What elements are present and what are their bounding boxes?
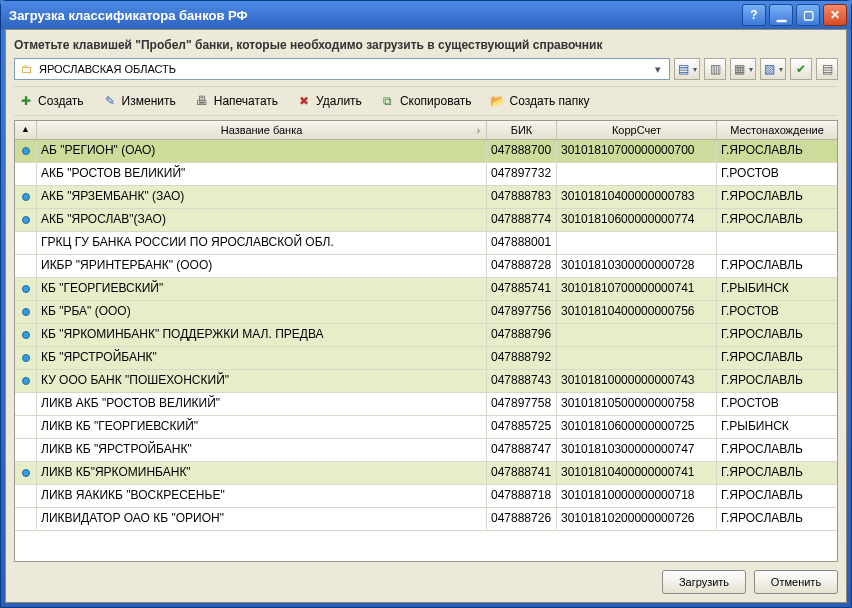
cell-loc: Г.ЯРОСЛАВЛЬ <box>717 255 837 277</box>
maximize-button[interactable]: ▢ <box>796 4 820 26</box>
cell-korr: 30101810200000000726 <box>557 508 717 530</box>
row-marker <box>15 485 37 507</box>
load-button[interactable]: Загрузить <box>662 570 746 594</box>
add-icon: ✚ <box>18 93 34 109</box>
help-button[interactable]: ? <box>742 4 766 26</box>
cell-name: ЛИКВИДАТОР ОАО КБ "ОРИОН" <box>37 508 487 530</box>
cell-name: ЛИКВ КБ "ГЕОРГИЕВСКИЙ" <box>37 416 487 438</box>
cell-bik: 047888741 <box>487 462 557 484</box>
create-button[interactable]: ✚Создать <box>14 91 88 111</box>
minimize-button[interactable]: ▁ <box>769 4 793 26</box>
row-marker <box>15 347 37 369</box>
cell-loc: Г.РОСТОВ <box>717 393 837 415</box>
table-row[interactable]: АКБ "РОСТОВ ВЕЛИКИЙ"047897732Г.РОСТОВ <box>15 163 837 186</box>
table-row[interactable]: ГРКЦ ГУ БАНКА РОССИИ ПО ЯРОСЛАВСКОЙ ОБЛ.… <box>15 232 837 255</box>
cell-loc: Г.ЯРОСЛАВЛЬ <box>717 485 837 507</box>
icon-button-2[interactable]: ▥ <box>704 58 726 80</box>
chevron-right-icon: › <box>477 125 480 136</box>
cell-korr <box>557 163 717 185</box>
column-name[interactable]: Название банка› <box>37 121 487 139</box>
cell-loc: Г.ЯРОСЛАВЛЬ <box>717 439 837 461</box>
table-row[interactable]: КУ ООО БАНК "ПОШЕХОНСКИЙ"047888743301018… <box>15 370 837 393</box>
table-row[interactable]: АКБ "ЯРОСЛАВ"(ЗАО)0478887743010181060000… <box>15 209 837 232</box>
table-row[interactable]: ЛИКВ КБ"ЯРКОМИНБАНК"04788874130101810400… <box>15 462 837 485</box>
instruction-text: Отметьте клавишей "Пробел" банки, которы… <box>14 38 838 52</box>
table-row[interactable]: ЛИКВ КБ "ЯРСТРОЙБАНК"0478887473010181030… <box>15 439 837 462</box>
cell-korr: 30101810000000000743 <box>557 370 717 392</box>
cell-bik: 047888747 <box>487 439 557 461</box>
cell-name: КБ "РБА" (ООО) <box>37 301 487 323</box>
table-row[interactable]: ИКБР "ЯРИНТЕРБАНК" (ООО)0478887283010181… <box>15 255 837 278</box>
cell-bik: 047888001 <box>487 232 557 254</box>
table-row[interactable]: АБ "РЕГИОН" (ОАО)04788870030101810700000… <box>15 140 837 163</box>
row-marker <box>15 186 37 208</box>
cell-korr: 30101810600000000725 <box>557 416 717 438</box>
cell-bik: 047885741 <box>487 278 557 300</box>
row-marker <box>15 301 37 323</box>
table-row[interactable]: АКБ "ЯРЗЕМБАНК" (ЗАО)0478887833010181040… <box>15 186 837 209</box>
delete-icon: ✖ <box>296 93 312 109</box>
cell-loc: Г.ЯРОСЛАВЛЬ <box>717 140 837 162</box>
row-marker <box>15 393 37 415</box>
check-icon: ✔ <box>793 61 809 77</box>
print-button[interactable]: 🖶Напечатать <box>190 91 282 111</box>
grid-icon: ▦ <box>731 61 747 77</box>
icon-button-check[interactable]: ✔ <box>790 58 812 80</box>
cell-name: АКБ "ЯРОСЛАВ"(ЗАО) <box>37 209 487 231</box>
cell-korr: 30101810400000000741 <box>557 462 717 484</box>
mark-dot-icon <box>22 147 30 155</box>
icon-button-5[interactable]: ▤ <box>816 58 838 80</box>
table-row[interactable]: ЛИКВ КБ "ГЕОРГИЕВСКИЙ"047885725301018106… <box>15 416 837 439</box>
edit-button[interactable]: ✎Изменить <box>98 91 180 111</box>
region-select[interactable]: 🗀 ЯРОСЛАВСКАЯ ОБЛАСТЬ ▾ <box>14 58 670 80</box>
copy-button[interactable]: ⧉Скопировать <box>376 91 476 111</box>
create-folder-button[interactable]: 📂Создать папку <box>486 91 594 111</box>
column-korr[interactable]: КоррСчет <box>557 121 717 139</box>
cell-name: ГРКЦ ГУ БАНКА РОССИИ ПО ЯРОСЛАВСКОЙ ОБЛ. <box>37 232 487 254</box>
dropdown-icon[interactable]: ▾ <box>651 63 665 76</box>
cell-korr: 30101810600000000774 <box>557 209 717 231</box>
table-row[interactable]: КБ "ЯРКОМИНБАНК" ПОДДЕРЖКИ МАЛ. ПРЕДВА04… <box>15 324 837 347</box>
cell-name: АБ "РЕГИОН" (ОАО) <box>37 140 487 162</box>
table-row[interactable]: КБ "ЯРСТРОЙБАНК"047888792Г.ЯРОСЛАВЛЬ <box>15 347 837 370</box>
edit-icon: ✎ <box>102 93 118 109</box>
client-area: Отметьте клавишей "Пробел" банки, которы… <box>5 29 847 603</box>
table-row[interactable]: ЛИКВ ЯАКИКБ "ВОСКРЕСЕНЬЕ"047888718301018… <box>15 485 837 508</box>
cell-loc: Г.ЯРОСЛАВЛЬ <box>717 508 837 530</box>
folder-add-icon: 📂 <box>490 93 506 109</box>
window: Загрузка классификатора банков РФ ? ▁ ▢ … <box>0 0 852 608</box>
cell-korr: 30101810700000000741 <box>557 278 717 300</box>
delete-button[interactable]: ✖Удалить <box>292 91 366 111</box>
table-row[interactable]: ЛИКВИДАТОР ОАО КБ "ОРИОН"047888726301018… <box>15 508 837 531</box>
icon-button-1[interactable]: ▤▾ <box>674 58 700 80</box>
column-bik[interactable]: БИК <box>487 121 557 139</box>
mark-dot-icon <box>22 216 30 224</box>
row-marker <box>15 462 37 484</box>
region-value: ЯРОСЛАВСКАЯ ОБЛАСТЬ <box>39 63 176 75</box>
row-marker <box>15 209 37 231</box>
table-row[interactable]: ЛИКВ АКБ "РОСТОВ ВЕЛИКИЙ"047897758301018… <box>15 393 837 416</box>
cell-bik: 047888774 <box>487 209 557 231</box>
cancel-button[interactable]: Отменить <box>754 570 838 594</box>
table-row[interactable]: КБ "РБА" (ООО)04789775630101810400000000… <box>15 301 837 324</box>
cell-korr <box>557 232 717 254</box>
icon-button-3[interactable]: ▦▾ <box>730 58 756 80</box>
mark-dot-icon <box>22 469 30 477</box>
close-button[interactable]: ✕ <box>823 4 847 26</box>
grid-body[interactable]: АБ "РЕГИОН" (ОАО)04788870030101810700000… <box>15 140 837 561</box>
sort-indicator-column[interactable]: ▲ <box>15 121 37 139</box>
cell-name: АКБ "ЯРЗЕМБАНК" (ЗАО) <box>37 186 487 208</box>
column-location[interactable]: Местонахождение <box>717 121 837 139</box>
cell-bik: 047888700 <box>487 140 557 162</box>
list2-icon: ▤ <box>819 61 835 77</box>
cell-bik: 047888726 <box>487 508 557 530</box>
cell-loc: Г.РЫБИНСК <box>717 278 837 300</box>
cell-bik: 047897756 <box>487 301 557 323</box>
table-row[interactable]: КБ "ГЕОРГИЕВСКИЙ"04788574130101810700000… <box>15 278 837 301</box>
row-marker <box>15 439 37 461</box>
titlebar[interactable]: Загрузка классификатора банков РФ ? ▁ ▢ … <box>1 1 851 29</box>
row-marker <box>15 163 37 185</box>
icon-button-4[interactable]: ▧▾ <box>760 58 786 80</box>
mark-dot-icon <box>22 354 30 362</box>
cell-korr <box>557 347 717 369</box>
